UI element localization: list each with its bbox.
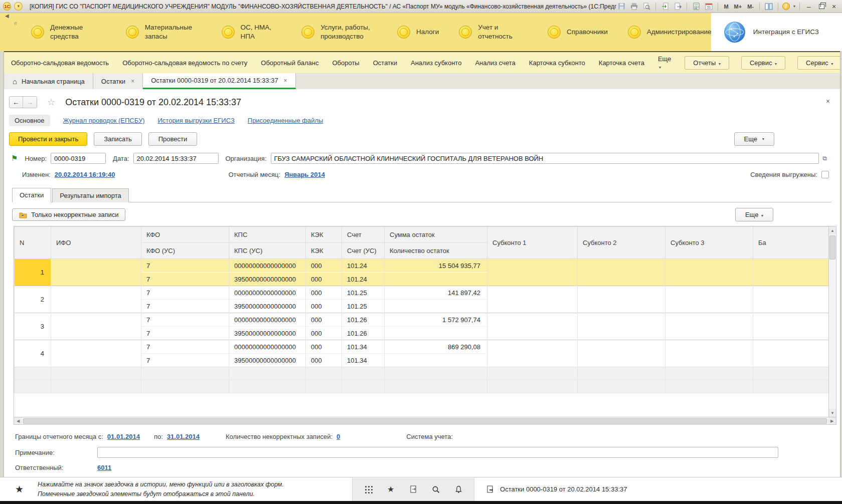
cell-kfo[interactable]: 7 — [141, 259, 229, 273]
notifications-bell-icon[interactable] — [454, 485, 463, 494]
memory-minus-button[interactable]: M- — [746, 4, 755, 10]
cell-kfo-us[interactable]: 7 — [141, 300, 229, 313]
cell-ifo[interactable] — [51, 313, 141, 340]
col-header-kolichestvo[interactable]: Количество остаток — [385, 243, 487, 259]
incorrect-only-button[interactable]: Только некорректные записи — [12, 208, 125, 221]
cell-schet[interactable]: 101.34 — [342, 340, 385, 354]
submenu-item-subconto-card[interactable]: Карточка субконто — [529, 59, 585, 67]
submenu-item-osv[interactable]: Оборотно-сальдовая ведомость — [11, 59, 109, 67]
cell-kps[interactable]: 00000000000000000 — [229, 286, 306, 300]
cell-summa[interactable]: 15 504 935,77 — [385, 259, 487, 273]
minimize-button[interactable]: – — [804, 3, 814, 11]
uploaded-checkbox[interactable] — [821, 171, 829, 178]
print-icon[interactable] — [629, 2, 639, 11]
history-icon[interactable] — [409, 485, 418, 494]
memory-button[interactable]: M — [722, 4, 730, 10]
submenu-item-account-card[interactable]: Карточка счета — [599, 59, 644, 67]
forward-button[interactable]: → — [23, 97, 37, 108]
col-header-schet-us[interactable]: Счет (УС) — [342, 243, 385, 259]
table-row[interactable]: 4 7 00000000000000000 000 101.34 869 290… — [15, 340, 829, 354]
cell-subconto2[interactable] — [578, 340, 665, 367]
col-header-kps-us[interactable]: КПС (УС) — [229, 243, 306, 259]
cell-subconto1[interactable] — [487, 259, 578, 286]
responsible-link[interactable]: 6011 — [97, 464, 111, 471]
close-window-button[interactable]: × — [829, 3, 839, 11]
col-header-n[interactable]: N — [15, 227, 51, 259]
cell-kfo[interactable]: 7 — [141, 313, 229, 327]
cell-subconto2[interactable] — [578, 286, 665, 313]
cell-subconto3[interactable] — [665, 259, 753, 286]
menu-item-taxes[interactable]: Налоги — [397, 26, 439, 39]
vertical-scrollbar[interactable]: ▲ ▼ — [828, 226, 836, 417]
memory-plus-button[interactable]: M+ — [733, 4, 744, 10]
save-icon[interactable] — [616, 2, 626, 11]
cell-ifo[interactable] — [51, 340, 141, 367]
empty-row[interactable] — [15, 380, 829, 393]
submenu-item-turnovers[interactable]: Обороты — [332, 59, 359, 67]
cell-schet-us[interactable]: 101.25 — [342, 300, 385, 313]
date-field[interactable] — [133, 153, 219, 164]
col-header-kps[interactable]: КПС — [229, 227, 306, 243]
favorite-star-icon[interactable]: ☆ — [47, 97, 55, 108]
scroll-right-icon[interactable]: ▶ — [828, 417, 836, 424]
col-header-ifo[interactable]: ИФО — [51, 227, 141, 259]
favorites-icon[interactable]: ★ — [386, 485, 395, 494]
scroll-down-icon[interactable]: ▼ — [829, 409, 836, 417]
cell-kek-us[interactable]: 000 — [306, 273, 342, 286]
menu-item-egisz-active[interactable]: Интеграция с ЕГИСЗ — [711, 13, 842, 51]
submenu-more-button[interactable]: Еще ▾ — [658, 55, 671, 70]
cell-subconto2[interactable] — [578, 259, 665, 286]
cell-kolichestvo[interactable] — [385, 354, 487, 367]
cell-ba[interactable] — [753, 286, 829, 313]
cell-subconto2[interactable] — [578, 313, 665, 340]
cell-kfo[interactable]: 7 — [141, 286, 229, 300]
col-header-schet[interactable]: Счет — [342, 227, 385, 243]
cell-subconto1[interactable] — [487, 313, 578, 340]
back-button[interactable]: ← — [10, 97, 23, 108]
col-header-subconto1[interactable]: Субконто 1 — [487, 227, 578, 259]
incorrect-count-link[interactable]: 0 — [336, 433, 340, 440]
cell-schet[interactable]: 101.24 — [342, 259, 385, 273]
cell-summa[interactable]: 869 290,08 — [385, 340, 487, 354]
cell-ba[interactable] — [753, 340, 829, 367]
col-header-subconto2[interactable]: Субконто 2 — [578, 227, 665, 259]
tab-close-icon[interactable]: × — [131, 78, 134, 85]
cell-subconto1[interactable] — [487, 286, 578, 313]
cell-kek[interactable]: 000 — [306, 340, 342, 354]
org-open-icon[interactable]: ⧉ — [820, 154, 829, 163]
cell-kek[interactable]: 000 — [306, 313, 342, 327]
table-row[interactable]: 3 7 00000000000000000 000 101.26 1 572 9… — [15, 313, 829, 327]
post-and-close-button[interactable]: Провести и закрыть — [9, 132, 87, 146]
search-icon[interactable] — [431, 485, 440, 494]
cell-schet-us[interactable]: 101.34 — [342, 354, 385, 367]
cell-kfo-us[interactable]: 7 — [141, 354, 229, 367]
write-button[interactable]: Записать — [94, 132, 142, 146]
submenu-item-ostatki[interactable]: Остатки — [373, 59, 397, 67]
cell-ba[interactable] — [753, 259, 829, 286]
col-header-kek[interactable]: КЭК — [306, 227, 342, 243]
cell-n[interactable]: 3 — [15, 313, 51, 340]
cell-subconto3[interactable] — [665, 340, 753, 367]
menu-item-money[interactable]: Денежные средства — [31, 23, 106, 41]
number-field[interactable] — [51, 153, 106, 164]
calendar-icon[interactable]: 31 — [704, 2, 714, 11]
cell-summa[interactable]: 1 572 907,74 — [385, 313, 487, 327]
org-field[interactable] — [271, 153, 819, 164]
cell-n[interactable]: 4 — [15, 340, 51, 367]
current-window-indicator[interactable]: Остатки 0000-0319 от 20.02.2014 15:33:37 — [486, 485, 627, 493]
menu-item-os-nma[interactable]: ОС, НМА, НПА — [222, 23, 282, 41]
calculator-icon[interactable] — [691, 2, 701, 11]
col-header-kfo-us[interactable]: КФО (УС) — [141, 243, 229, 259]
submenu-item-account-analysis[interactable]: Анализ счета — [475, 59, 515, 67]
info-button[interactable]: i — [782, 3, 790, 10]
menu-item-accounting[interactable]: Учет и отчетность — [459, 23, 528, 41]
restore-button[interactable] — [816, 2, 826, 11]
col-header-kfo[interactable]: КФО — [141, 227, 229, 243]
nav-link-journal[interactable]: Журнал проводок (ЕПСБУ) — [63, 117, 145, 124]
export-file-icon[interactable] — [672, 2, 683, 11]
bounds-from-link[interactable]: 01.01.2014 — [107, 433, 140, 440]
favorites-star-icon[interactable]: ★ — [15, 483, 24, 495]
cell-schet[interactable]: 101.26 — [342, 313, 385, 327]
form-close-icon[interactable]: × — [826, 97, 830, 105]
cell-kps[interactable]: 00000000000000000 — [229, 313, 306, 327]
